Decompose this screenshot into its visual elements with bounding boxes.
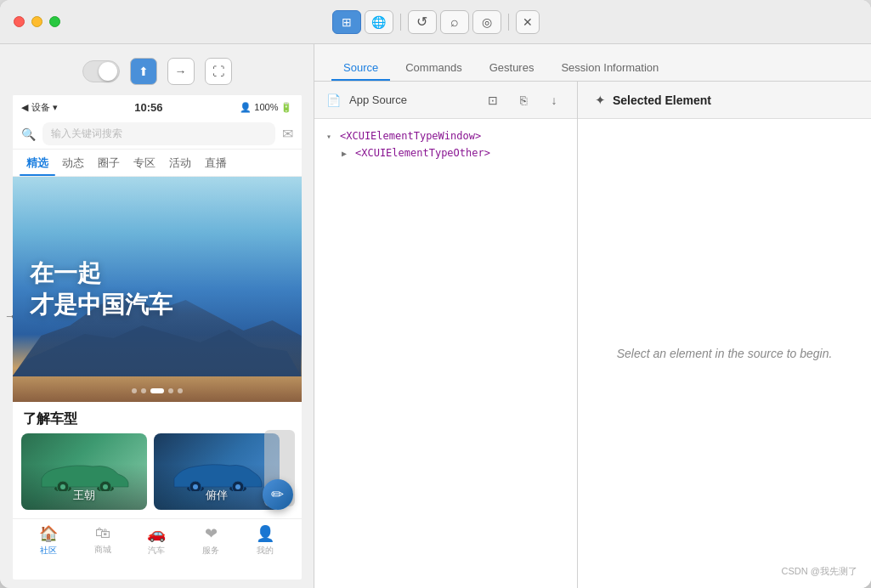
tab-icon-wode: 👤: [256, 524, 274, 543]
traffic-lights: [14, 16, 60, 27]
selected-element-body: Select an element in the source to begin…: [578, 119, 871, 588]
close-session-button[interactable]: ✕: [516, 10, 540, 34]
person-icon: 👤: [240, 102, 252, 113]
app-window: ⊞ 🌐 ↺ ⌕ ◎ ✕: [0, 0, 871, 588]
search-icon: 🔍: [21, 127, 36, 141]
minimize-button[interactable]: [31, 16, 42, 27]
eye-button[interactable]: ◎: [472, 10, 501, 34]
close-button[interactable]: [14, 16, 25, 27]
bottom-tabbar: 🏠 社区 🛍 商城 🚗 汽车 ❤ 服务: [13, 518, 302, 561]
nav-item-zhuanqu[interactable]: 专区: [127, 150, 162, 176]
refresh-button[interactable]: ↺: [408, 10, 437, 34]
car-card-fuban[interactable]: 俯伴: [154, 433, 280, 510]
panel-tabs: Source Commands Gestures Session Informa…: [314, 44, 871, 82]
signal-label: 设备 ▾: [31, 101, 58, 114]
tab-icon-qiche: 🚗: [147, 524, 166, 543]
search-toolbar-icon: ⌕: [450, 14, 459, 30]
tree-tag-window: <XCUIElementTypeWindow>: [340, 130, 481, 142]
search-placeholder: 输入关键词搜索: [51, 127, 122, 139]
tab-session-info[interactable]: Session Information: [549, 56, 670, 81]
nav-item-dongtai[interactable]: 动态: [55, 150, 91, 176]
titlebar: ⊞ 🌐 ↺ ⌕ ◎ ✕: [0, 0, 871, 44]
tab-commands[interactable]: Commands: [393, 56, 473, 81]
fab-icon: ✏: [271, 485, 284, 504]
phone-controls: ⬆ → ⛶: [17, 58, 297, 85]
grid-icon: ⊞: [342, 15, 352, 29]
tab-label-shangcheng: 商城: [94, 544, 111, 556]
cursor-button[interactable]: ⬆: [130, 58, 157, 85]
globe-button[interactable]: 🌐: [365, 10, 393, 34]
tree-expand-arrow: ▾: [326, 132, 337, 141]
grid-button[interactable]: ⊞: [332, 10, 361, 34]
hero-dots: [132, 388, 183, 393]
tab-source[interactable]: Source: [331, 56, 390, 81]
divider-1: [400, 14, 401, 31]
download-tree-button[interactable]: ↓: [543, 89, 565, 111]
app-nav: 精选 动态 圈子 专区 活动 直播: [13, 150, 302, 177]
tab-wode[interactable]: 👤 我的: [256, 524, 274, 557]
tab-label-shequn: 社区: [40, 545, 57, 557]
copy-icon: ⎘: [520, 93, 527, 107]
nav-item-jingxuan[interactable]: 精选: [20, 150, 55, 176]
hero-dot-1: [132, 388, 137, 393]
expand-tree-icon: ⊡: [488, 93, 498, 107]
hero-dot-2: [141, 388, 146, 393]
selected-element-title: Selected Element: [613, 93, 711, 107]
section-title: 了解车型: [13, 402, 302, 433]
tab-label-qiche: 汽车: [148, 545, 165, 557]
right-panel: Source Commands Gestures Session Informa…: [314, 44, 871, 588]
tab-shangcheng[interactable]: 🛍 商城: [94, 524, 111, 556]
hero-text-line2: 才是中国汽车: [30, 290, 285, 320]
toolbar-buttons: ⊞ 🌐 ↺ ⌕ ◎ ✕: [332, 10, 540, 34]
mail-icon: ✉: [282, 126, 293, 142]
wand-icon: ✦: [595, 93, 606, 108]
battery-percent: 100%: [254, 102, 278, 112]
fab-button[interactable]: ✏: [263, 479, 293, 510]
arrow-button[interactable]: →: [167, 58, 195, 85]
copy-tree-button[interactable]: ⎘: [512, 89, 534, 111]
source-tree-header: 📄 App Source ⊡ ⎘ ↓: [314, 82, 577, 119]
tree-node-other[interactable]: ▶ <XCUIElementTypeOther>: [314, 144, 577, 161]
nav-item-huodong[interactable]: 活动: [162, 150, 198, 176]
selected-element-header: ✦ Selected Element: [578, 82, 871, 119]
hero-dot-4: [168, 388, 173, 393]
car-card-label-2: 俯伴: [154, 488, 280, 503]
status-bar: ◀ 设备 ▾ 10:56 👤 100% 🔋: [13, 95, 302, 119]
watermark: CSDN @我先测了: [782, 565, 857, 578]
expand-tree-button[interactable]: ⊡: [482, 89, 504, 111]
tree-node-window[interactable]: ▾ <XCUIElementTypeWindow>: [314, 127, 577, 144]
car-card-label-1: 王朝: [21, 488, 147, 503]
divider-2: [508, 14, 509, 31]
search-toolbar-button[interactable]: ⌕: [440, 10, 469, 34]
phone-screen: ◀ 设备 ▾ 10:56 👤 100% 🔋 🔍 输入关键词搜索: [13, 95, 302, 580]
main-content: ⬆ → ⛶ → ◀ 设备 ▾ 10:56: [0, 44, 871, 588]
tab-shequn[interactable]: 🏠 社区: [39, 524, 58, 557]
panel-body: 📄 App Source ⊡ ⎘ ↓: [314, 82, 871, 588]
search-input[interactable]: 输入关键词搜索: [42, 122, 275, 145]
tab-fuwu[interactable]: ❤ 服务: [202, 524, 219, 557]
source-tree-title: App Source: [349, 93, 473, 106]
tab-label-fuwu: 服务: [202, 545, 219, 557]
tab-gestures[interactable]: Gestures: [478, 56, 546, 81]
fullscreen-button[interactable]: [49, 16, 60, 27]
nav-item-quanzi[interactable]: 圈子: [91, 150, 127, 176]
car-cards: 王朝: [13, 433, 302, 518]
expand-button[interactable]: ⛶: [205, 58, 232, 85]
selected-element-panel: ✦ Selected Element Select an element in …: [578, 82, 871, 588]
hero-dot-5: [178, 388, 183, 393]
signal-icon: ◀: [21, 102, 28, 113]
source-tree-file-icon: 📄: [326, 93, 341, 107]
selected-element-hint: Select an element in the source to begin…: [617, 347, 833, 360]
expand-icon: ⛶: [212, 65, 224, 78]
arrow-right-icon: →: [175, 65, 187, 78]
status-time: 10:56: [134, 101, 162, 114]
nav-item-zhibo[interactable]: 直播: [198, 150, 234, 176]
tab-qiche[interactable]: 🚗 汽车: [147, 524, 166, 557]
status-left: ◀ 设备 ▾: [21, 101, 58, 114]
car-card-wangchao[interactable]: 王朝: [21, 433, 147, 510]
tab-icon-shequn: 🏠: [39, 524, 58, 543]
search-bar: 🔍 输入关键词搜索 ✉: [13, 119, 302, 150]
toggle-switch[interactable]: [82, 60, 120, 82]
tab-label-wode: 我的: [257, 545, 274, 557]
hero-dot-3: [150, 388, 164, 393]
